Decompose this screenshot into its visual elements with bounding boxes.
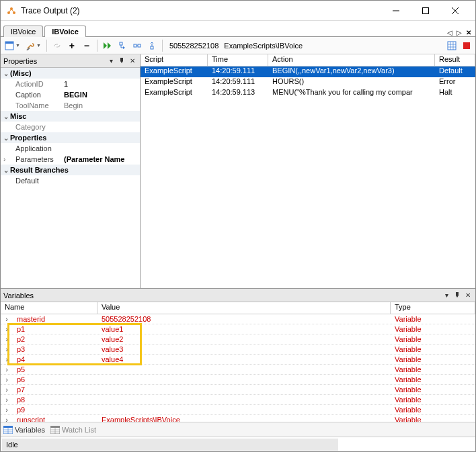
svg-rect-6 xyxy=(120,42,122,45)
tab-ibvoice-1[interactable]: IBVoice xyxy=(3,26,43,37)
link-button[interactable] xyxy=(51,39,63,52)
vars-close-icon[interactable]: ✕ xyxy=(463,291,473,300)
trace-row[interactable]: ExampleScript14:20:59.113MENU("%Thank yo… xyxy=(141,88,475,99)
title-bar: Trace Output (2) xyxy=(1,1,475,21)
svg-rect-13 xyxy=(3,426,13,428)
tab-prev-icon[interactable]: ◁ xyxy=(446,29,454,36)
variable-row[interactable]: ›p9Variable xyxy=(1,405,475,415)
svg-rect-7 xyxy=(134,44,136,47)
trace-row[interactable]: ExampleScript14:20:59.111HOURS()Error xyxy=(141,77,475,88)
svg-rect-9 xyxy=(151,46,153,49)
col-action[interactable]: Action xyxy=(268,54,435,66)
step-into-button[interactable] xyxy=(116,39,128,52)
prop-toolname-value[interactable]: Begin xyxy=(64,101,140,109)
prop-actionid-value[interactable]: 1 xyxy=(64,80,140,88)
tab-next-icon[interactable]: ▷ xyxy=(455,29,463,36)
col-time[interactable]: Time xyxy=(208,54,268,66)
group-properties[interactable]: Properties xyxy=(10,134,46,142)
tab-variables[interactable]: Variables xyxy=(3,426,45,434)
status-text: Idle xyxy=(2,439,338,451)
svg-rect-8 xyxy=(138,44,141,47)
tab-ibvoice-2[interactable]: IBVoice xyxy=(44,26,86,37)
variable-row[interactable]: ›p8Variable xyxy=(1,395,475,405)
view-dropdown-button[interactable]: ▼ xyxy=(3,39,22,52)
panel-close-icon[interactable]: ✕ xyxy=(128,56,137,66)
panel-menu-icon[interactable]: ▾ xyxy=(106,56,116,66)
variables-body[interactable]: ›masterid505528252108Variable›p1value1Va… xyxy=(1,314,475,422)
variable-row[interactable]: ›masterid505528252108Variable xyxy=(1,314,475,324)
group-misc2[interactable]: Misc xyxy=(10,112,26,120)
variable-row[interactable]: ›p7Variable xyxy=(1,385,475,395)
prop-parameters-value[interactable]: (Parameter Name xyxy=(64,155,140,163)
tools-dropdown-button[interactable]: ▼ xyxy=(24,39,42,52)
tab-bar: IBVoice IBVoice ◁ ▷ ✕ xyxy=(1,21,475,37)
col-var-name[interactable]: Name xyxy=(1,302,97,314)
variable-row[interactable]: ›p1value1Variable xyxy=(1,324,475,334)
trace-header: Script Time Action Result xyxy=(141,54,475,66)
variables-panel: Variables ▾ ✕ Name Value Type ›masterid5… xyxy=(1,288,475,422)
trace-body[interactable]: ExampleScript14:20:59.111BEGIN(,,newVar1… xyxy=(141,66,475,99)
col-result[interactable]: Result xyxy=(435,54,475,66)
run-button[interactable] xyxy=(102,39,114,52)
variables-header: Name Value Type xyxy=(1,302,475,314)
maximize-button[interactable] xyxy=(411,1,440,20)
pin-icon[interactable] xyxy=(117,56,126,66)
variable-row[interactable]: ›p4value4Variable xyxy=(1,355,475,365)
variable-row[interactable]: ›p6Variable xyxy=(1,375,475,385)
col-var-type[interactable]: Type xyxy=(391,302,475,314)
window-title: Trace Output (2) xyxy=(21,6,381,15)
svg-rect-15 xyxy=(50,426,60,428)
variables-icon xyxy=(3,426,13,434)
app-icon xyxy=(6,5,17,16)
minimize-button[interactable] xyxy=(381,1,411,20)
status-bar: Idle xyxy=(1,437,475,451)
properties-title: Properties xyxy=(3,57,105,65)
col-script[interactable]: Script xyxy=(141,54,208,66)
variable-row[interactable]: ›runscriptExampleScripts\IBVoiceVariable xyxy=(1,415,475,422)
close-button[interactable] xyxy=(440,1,470,20)
expand-icon[interactable]: › xyxy=(3,156,10,163)
prop-parameters-name: Parameters xyxy=(10,155,64,163)
group-result[interactable]: Result Branches xyxy=(10,166,69,174)
script-path: ExampleScripts\IBVoice xyxy=(224,42,303,50)
vars-pin-icon[interactable] xyxy=(452,291,462,300)
watch-icon xyxy=(50,426,60,434)
record-button[interactable] xyxy=(461,39,473,52)
svg-rect-3 xyxy=(423,7,429,13)
properties-panel: Properties ▾ ✕ ⌄(Misc) ActionID1 Caption… xyxy=(1,54,141,288)
prop-default-name: Default xyxy=(10,177,64,185)
prop-caption-name: Caption xyxy=(10,91,64,99)
col-var-value[interactable]: Value xyxy=(97,302,391,314)
prop-actionid-name: ActionID xyxy=(10,80,64,88)
group-misc[interactable]: (Misc) xyxy=(10,69,32,77)
prop-caption-value[interactable]: BEGIN xyxy=(64,91,140,99)
step-out-button[interactable] xyxy=(146,39,158,52)
tab-close-icon[interactable]: ✕ xyxy=(465,29,473,36)
trace-row[interactable]: ExampleScript14:20:59.111BEGIN(,,newVar1… xyxy=(141,66,475,77)
svg-rect-11 xyxy=(463,42,470,49)
svg-rect-5 xyxy=(5,42,13,44)
remove-button[interactable]: − xyxy=(81,39,93,52)
variable-row[interactable]: ›p3value3Variable xyxy=(1,345,475,355)
session-id: 505528252108 xyxy=(169,42,219,50)
prop-toolname-name: ToolName xyxy=(10,101,64,109)
prop-category-name: Category xyxy=(10,123,64,131)
main-toolbar: ▼ ▼ + − 505528252108 ExampleScripts\IBVo… xyxy=(1,37,475,54)
add-button[interactable]: + xyxy=(66,39,78,52)
trace-panel: Script Time Action Result ExampleScript1… xyxy=(141,54,475,288)
svg-rect-10 xyxy=(448,42,456,50)
grid-button[interactable] xyxy=(446,39,458,52)
variable-row[interactable]: ›p5Variable xyxy=(1,365,475,375)
variables-title: Variables xyxy=(3,291,440,300)
prop-application-name: Application xyxy=(10,144,64,152)
tab-watch-list[interactable]: Watch List xyxy=(50,426,96,434)
variable-row[interactable]: ›p2value2Variable xyxy=(1,334,475,345)
property-grid[interactable]: ⌄(Misc) ActionID1 CaptionBEGIN ToolNameB… xyxy=(1,68,140,288)
bottom-tabs: Variables Watch List xyxy=(1,422,475,437)
step-over-button[interactable] xyxy=(131,39,143,52)
vars-menu-icon[interactable]: ▾ xyxy=(442,291,451,300)
